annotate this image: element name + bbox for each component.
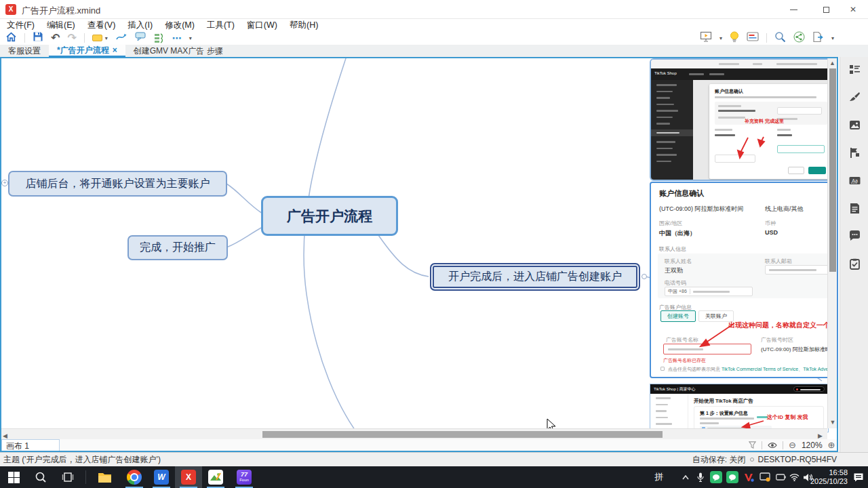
menu-insert[interactable]: 插入(I) — [127, 20, 153, 31]
export-dropdown-icon[interactable]: ▾ — [831, 35, 834, 41]
scroll-down-icon[interactable]: ▼ — [828, 418, 837, 427]
canvas-hscrollbar[interactable]: ◀ ▶ — [1, 428, 827, 439]
topic-finish-promote[interactable]: 完成，开始推广 — [127, 235, 228, 260]
image-editor-app-icon[interactable] — [202, 466, 229, 488]
task-view-icon[interactable] — [54, 466, 81, 488]
menu-tools[interactable]: 工具(T) — [207, 20, 235, 31]
undo-icon[interactable]: ↶ — [51, 33, 60, 43]
topic-open-complete[interactable]: 开户完成后，进入店铺广告创建账户 — [430, 263, 640, 291]
search-icon[interactable] — [774, 31, 786, 45]
shot1-header: TikTok Shop — [651, 68, 834, 80]
action-center-icon[interactable] — [849, 466, 868, 488]
menu-edit[interactable]: 编辑(E) — [47, 20, 75, 31]
close-button[interactable]: ✕ — [838, 0, 868, 19]
hscrollbar-thumb[interactable] — [262, 431, 663, 438]
export-icon[interactable] — [812, 31, 824, 45]
callout-icon[interactable] — [135, 32, 146, 44]
tab-gmv-max[interactable]: 创建GMV MAX广告 步骤 — [125, 45, 231, 57]
taskbar-search-icon[interactable] — [27, 466, 54, 488]
menu-window[interactable]: 窗口(W) — [247, 20, 277, 31]
clock[interactable]: 16:58 2025/10/23 — [806, 468, 848, 486]
sheet-tab-canvas1[interactable]: 画布 1 — [1, 439, 60, 451]
canvas-vscrollbar[interactable]: ▲ ▼ — [827, 58, 837, 428]
menu-help[interactable]: 帮助(H) — [290, 20, 318, 31]
comments-panel-icon[interactable] — [849, 230, 861, 242]
image-panel-icon[interactable] — [849, 119, 861, 131]
font-panel-icon[interactable]: Aa — [849, 175, 861, 186]
shot1-sidebar — [651, 80, 693, 181]
presentation-icon[interactable] — [700, 31, 712, 45]
shot2-phone-label: 电话号码 — [665, 279, 686, 287]
share-icon[interactable] — [793, 31, 805, 45]
zoom-out-icon[interactable]: ⊖ — [789, 440, 796, 450]
red-v-tray-icon[interactable] — [741, 466, 757, 488]
task-panel-icon[interactable] — [849, 258, 861, 270]
scroll-up-icon[interactable]: ▲ — [828, 58, 837, 68]
style-brush-icon[interactable] — [849, 92, 861, 103]
attached-image-shop-ads-start[interactable]: TikTok Shop | 商家中心 开始使用 TikTok 商店广告 第 1 … — [650, 384, 829, 432]
blue-w-app-icon[interactable]: W — [148, 466, 175, 488]
eye-icon[interactable] — [768, 439, 777, 451]
notes-panel-icon[interactable] — [849, 203, 861, 214]
tray-expand-icon[interactable] — [678, 466, 693, 488]
toolbar-dropdown-icon[interactable]: ▾ — [189, 35, 192, 41]
zoom-level: 120% — [802, 441, 823, 450]
menu-file[interactable]: 文件(F) — [7, 20, 35, 31]
microphone-tray-icon[interactable] — [693, 466, 708, 488]
shot2-industry: 线上电商/其他 — [765, 205, 804, 214]
file-explorer-icon[interactable] — [91, 466, 118, 488]
clock-time: 16:58 — [806, 468, 848, 477]
attached-image-account-info-form[interactable]: 账户信息确认 (UTC-09:00) 阿拉斯加标准时间 线上电商/其他 国家/地… — [650, 182, 838, 378]
ime-indicator[interactable]: 拼 — [650, 466, 669, 488]
canvas-zoom-controls: ⊖ 120% ⊕ ≡ — [749, 439, 846, 451]
screencast-tray-icon[interactable] — [757, 466, 773, 488]
summary-icon[interactable] — [154, 33, 165, 43]
foun-app-icon[interactable]: 77 Foun — [231, 466, 258, 488]
shot2-contact-section: 联系人信息 — [659, 245, 686, 253]
taskbar-separator — [85, 470, 86, 484]
toolbar: ↶ ↷ ▾ ⋯ ▾ ▾ — [0, 31, 868, 45]
presentation-dropdown-icon[interactable]: ▾ — [719, 35, 722, 41]
shot2-country-label: 国家/地区 — [659, 220, 682, 227]
topic-store-backend[interactable]: 店铺后台，将开通账户设置为主要账户 — [8, 171, 227, 197]
shot2-email-label: 联系人邮箱 — [765, 258, 792, 265]
tab-close-icon[interactable]: × — [113, 45, 117, 55]
home-icon[interactable] — [5, 31, 17, 45]
start-button[interactable] — [0, 466, 27, 488]
relationship-icon[interactable] — [115, 32, 127, 44]
panel-icon[interactable] — [747, 32, 759, 44]
tab-ad-account-flow[interactable]: *广告开户流程 × — [49, 45, 125, 57]
xmind-taskbar-icon[interactable]: X — [175, 466, 202, 488]
xmind-logo-icon: X — [5, 4, 16, 15]
vscrollbar-thumb[interactable] — [829, 68, 836, 272]
format-panel-icon[interactable] — [849, 64, 861, 75]
tab-customer-service[interactable]: 客服设置 — [0, 45, 49, 57]
restore-button[interactable] — [811, 0, 841, 19]
device-name: DESKTOP-RQ5H4FV — [758, 455, 837, 464]
marker-flag-icon[interactable] — [849, 147, 861, 159]
shot1-confirm-button — [808, 167, 826, 174]
redo-icon[interactable]: ↷ — [67, 33, 76, 43]
lightbulb-icon[interactable] — [730, 31, 739, 45]
shot2-email-input — [765, 265, 830, 274]
minimize-button[interactable] — [778, 0, 808, 19]
collapse-handle-icon[interactable]: + — [1, 180, 8, 186]
insert-topic-icon[interactable]: ▾ — [92, 35, 108, 41]
wechat-tray-icon[interactable] — [708, 466, 724, 488]
central-topic[interactable]: 广告开户流程 — [261, 196, 398, 236]
more-tools-icon[interactable]: ⋯ — [172, 33, 182, 43]
attached-image-account-confirm-modal[interactable]: TikTok Shop 账户信息确认 — [650, 58, 835, 181]
menu-view[interactable]: 查看(V) — [87, 20, 116, 31]
wechat2-tray-icon[interactable] — [724, 466, 741, 488]
filter-icon[interactable] — [749, 439, 756, 451]
link-handle-icon[interactable] — [642, 274, 647, 279]
device-tray-icon[interactable] — [773, 466, 788, 488]
autosave-status: 自动保存: 关闭 — [692, 454, 746, 466]
save-icon[interactable] — [33, 31, 43, 45]
shot2-tab-create-account: 创建账号 — [660, 310, 696, 322]
shot1-input-phone — [715, 155, 755, 163]
chrome-icon[interactable] — [121, 466, 148, 488]
wifi-tray-icon[interactable] — [787, 466, 802, 488]
menu-modify[interactable]: 修改(M) — [165, 20, 195, 31]
zoom-in-icon[interactable]: ⊕ — [828, 440, 835, 450]
